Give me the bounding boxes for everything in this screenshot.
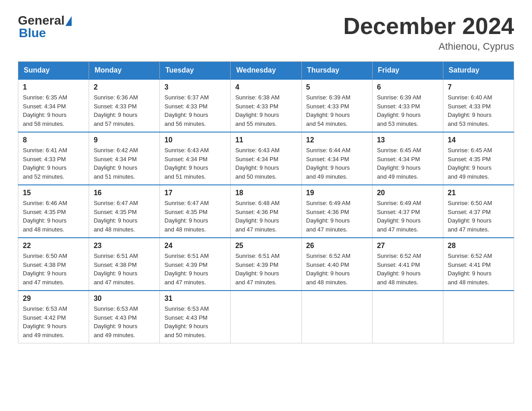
day-number: 20 [377,189,438,197]
day-info: Sunrise: 6:38 AMSunset: 4:33 PMDaylight:… [235,93,296,128]
logo: General Blue [18,13,72,40]
logo-blue-text: Blue [19,26,46,40]
day-info: Sunrise: 6:43 AMSunset: 4:34 PMDaylight:… [235,146,296,181]
day-number: 1 [23,83,84,91]
day-number: 21 [448,189,509,197]
calendar-cell: 22 Sunrise: 6:50 AMSunset: 4:38 PMDaylig… [18,238,89,291]
day-number: 10 [164,136,226,144]
calendar-cell: 14 Sunrise: 6:45 AMSunset: 4:35 PMDaylig… [443,132,514,185]
day-info: Sunrise: 6:49 AMSunset: 4:37 PMDaylight:… [377,199,438,234]
month-title: December 2024 [343,13,514,39]
calendar-cell: 31 Sunrise: 6:53 AMSunset: 4:43 PMDaylig… [160,291,231,343]
header-sunday: Sunday [18,62,89,80]
day-number: 5 [306,83,368,91]
calendar-cell [231,291,301,343]
day-info: Sunrise: 6:45 AMSunset: 4:34 PMDaylight:… [377,146,438,181]
day-info: Sunrise: 6:43 AMSunset: 4:34 PMDaylight:… [164,146,226,181]
header-tuesday: Tuesday [160,62,231,80]
calendar-week-row: 29 Sunrise: 6:53 AMSunset: 4:42 PMDaylig… [18,291,514,343]
header-wednesday: Wednesday [231,62,301,80]
calendar-cell: 10 Sunrise: 6:43 AMSunset: 4:34 PMDaylig… [160,132,231,185]
day-info: Sunrise: 6:47 AMSunset: 4:35 PMDaylight:… [164,199,226,234]
day-info: Sunrise: 6:50 AMSunset: 4:37 PMDaylight:… [448,199,509,234]
day-info: Sunrise: 6:37 AMSunset: 4:33 PMDaylight:… [164,93,226,128]
day-number: 6 [377,83,438,91]
calendar-cell: 3 Sunrise: 6:37 AMSunset: 4:33 PMDayligh… [160,79,231,132]
day-number: 16 [94,189,155,197]
day-number: 14 [448,136,509,144]
day-number: 23 [94,242,155,250]
page-header: General Blue December 2024 Athienou, Cyp… [18,13,514,52]
calendar-cell: 18 Sunrise: 6:48 AMSunset: 4:36 PMDaylig… [231,185,301,238]
day-number: 8 [23,136,84,144]
day-number: 19 [306,189,368,197]
calendar-cell: 23 Sunrise: 6:51 AMSunset: 4:38 PMDaylig… [89,238,160,291]
day-info: Sunrise: 6:40 AMSunset: 4:33 PMDaylight:… [448,93,509,128]
calendar-cell: 28 Sunrise: 6:52 AMSunset: 4:41 PMDaylig… [443,238,514,291]
calendar-week-row: 1 Sunrise: 6:35 AMSunset: 4:34 PMDayligh… [18,79,514,132]
header-saturday: Saturday [443,62,514,80]
day-info: Sunrise: 6:44 AMSunset: 4:34 PMDaylight:… [306,146,368,181]
calendar-cell: 6 Sunrise: 6:39 AMSunset: 4:33 PMDayligh… [372,79,443,132]
day-number: 2 [94,83,155,91]
day-info: Sunrise: 6:50 AMSunset: 4:38 PMDaylight:… [23,252,84,287]
calendar-cell: 12 Sunrise: 6:44 AMSunset: 4:34 PMDaylig… [301,132,372,185]
calendar-cell [372,291,443,343]
day-number: 26 [306,242,368,250]
day-info: Sunrise: 6:51 AMSunset: 4:39 PMDaylight:… [235,252,296,287]
calendar-cell: 7 Sunrise: 6:40 AMSunset: 4:33 PMDayligh… [443,79,514,132]
day-info: Sunrise: 6:52 AMSunset: 4:40 PMDaylight:… [306,252,368,287]
day-number: 15 [23,189,84,197]
calendar-cell: 24 Sunrise: 6:51 AMSunset: 4:39 PMDaylig… [160,238,231,291]
title-section: December 2024 Athienou, Cyprus [343,13,514,52]
calendar-cell: 25 Sunrise: 6:51 AMSunset: 4:39 PMDaylig… [231,238,301,291]
header-monday: Monday [89,62,160,80]
day-number: 4 [235,83,296,91]
day-info: Sunrise: 6:39 AMSunset: 4:33 PMDaylight:… [377,93,438,128]
day-info: Sunrise: 6:51 AMSunset: 4:38 PMDaylight:… [94,252,155,287]
calendar-cell: 13 Sunrise: 6:45 AMSunset: 4:34 PMDaylig… [372,132,443,185]
calendar-week-row: 15 Sunrise: 6:46 AMSunset: 4:35 PMDaylig… [18,185,514,238]
day-number: 28 [448,242,509,250]
day-info: Sunrise: 6:42 AMSunset: 4:34 PMDaylight:… [94,146,155,181]
calendar-cell: 5 Sunrise: 6:39 AMSunset: 4:33 PMDayligh… [301,79,372,132]
day-number: 18 [235,189,296,197]
calendar-cell: 11 Sunrise: 6:43 AMSunset: 4:34 PMDaylig… [231,132,301,185]
calendar-cell: 9 Sunrise: 6:42 AMSunset: 4:34 PMDayligh… [89,132,160,185]
day-number: 27 [377,242,438,250]
day-number: 24 [164,242,226,250]
calendar-cell [301,291,372,343]
calendar-cell: 8 Sunrise: 6:41 AMSunset: 4:33 PMDayligh… [18,132,89,185]
calendar-table: SundayMondayTuesdayWednesdayThursdayFrid… [18,61,514,343]
calendar-header-row: SundayMondayTuesdayWednesdayThursdayFrid… [18,62,514,80]
day-info: Sunrise: 6:48 AMSunset: 4:36 PMDaylight:… [235,199,296,234]
calendar-cell: 29 Sunrise: 6:53 AMSunset: 4:42 PMDaylig… [18,291,89,343]
location: Athienou, Cyprus [343,41,514,52]
day-number: 30 [94,295,155,303]
day-info: Sunrise: 6:41 AMSunset: 4:33 PMDaylight:… [23,146,84,181]
calendar-cell: 21 Sunrise: 6:50 AMSunset: 4:37 PMDaylig… [443,185,514,238]
calendar-cell: 4 Sunrise: 6:38 AMSunset: 4:33 PMDayligh… [231,79,301,132]
header-friday: Friday [372,62,443,80]
day-info: Sunrise: 6:39 AMSunset: 4:33 PMDaylight:… [306,93,368,128]
calendar-cell: 30 Sunrise: 6:53 AMSunset: 4:43 PMDaylig… [89,291,160,343]
day-info: Sunrise: 6:36 AMSunset: 4:33 PMDaylight:… [94,93,155,128]
day-info: Sunrise: 6:35 AMSunset: 4:34 PMDaylight:… [23,93,84,128]
header-thursday: Thursday [301,62,372,80]
day-number: 7 [448,83,509,91]
day-number: 31 [164,295,226,303]
calendar-cell: 26 Sunrise: 6:52 AMSunset: 4:40 PMDaylig… [301,238,372,291]
calendar-week-row: 8 Sunrise: 6:41 AMSunset: 4:33 PMDayligh… [18,132,514,185]
day-number: 3 [164,83,226,91]
day-number: 12 [306,136,368,144]
day-info: Sunrise: 6:53 AMSunset: 4:43 PMDaylight:… [164,304,226,339]
calendar-cell: 20 Sunrise: 6:49 AMSunset: 4:37 PMDaylig… [372,185,443,238]
calendar-week-row: 22 Sunrise: 6:50 AMSunset: 4:38 PMDaylig… [18,238,514,291]
calendar-cell [443,291,514,343]
calendar-cell: 17 Sunrise: 6:47 AMSunset: 4:35 PMDaylig… [160,185,231,238]
day-number: 29 [23,295,84,303]
calendar-cell: 19 Sunrise: 6:49 AMSunset: 4:36 PMDaylig… [301,185,372,238]
day-number: 9 [94,136,155,144]
day-number: 17 [164,189,226,197]
day-info: Sunrise: 6:45 AMSunset: 4:35 PMDaylight:… [448,146,509,181]
